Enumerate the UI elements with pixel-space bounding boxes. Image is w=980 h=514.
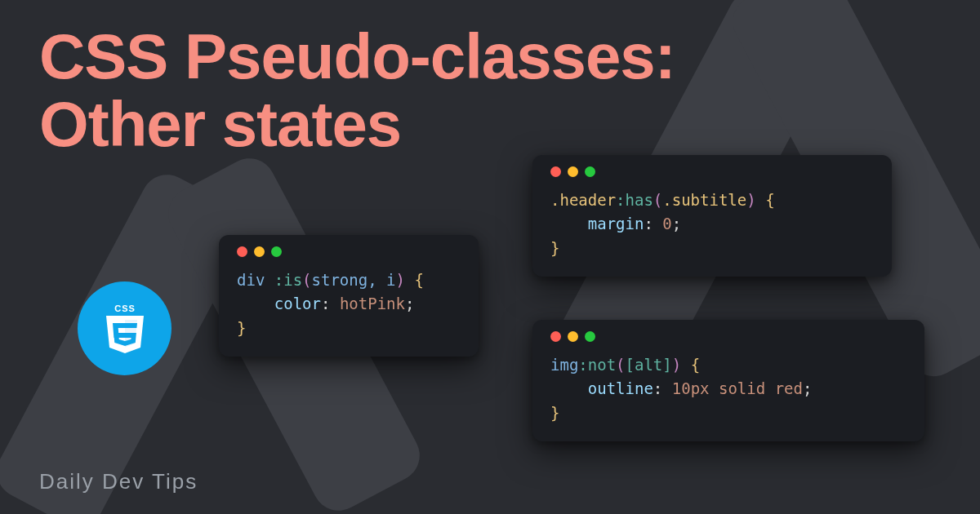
window-controls: [237, 246, 461, 257]
code-pseudo: :not: [578, 356, 616, 374]
code-value-color: red: [775, 379, 803, 397]
code-prop: margin: [588, 215, 644, 233]
window-controls: [550, 166, 874, 177]
site-name: Daily Dev Tips: [39, 469, 198, 494]
title-line-1: CSS Pseudo-classes:: [39, 20, 675, 92]
code-body: .header:has(.subtitle) { margin: 0; }: [550, 188, 874, 260]
code-value: hotPink: [340, 295, 405, 312]
code-snippet-not: img:not([alt]) { outline: 10px solid red…: [532, 320, 924, 441]
close-icon: [550, 166, 561, 177]
code-args: strong, i: [312, 271, 396, 289]
code-arg: [alt]: [626, 356, 672, 374]
code-prop: outline: [588, 379, 653, 397]
svg-text:CSS: CSS: [114, 304, 136, 313]
title-line-2: Other states: [39, 88, 401, 160]
code-value: 0: [662, 215, 671, 233]
code-snippet-is: div :is(strong, i) { color: hotPink; }: [219, 235, 479, 357]
close-icon: [237, 246, 247, 257]
close-icon: [550, 331, 561, 342]
maximize-icon: [271, 246, 282, 257]
maximize-icon: [585, 166, 595, 177]
css3-badge-icon: CSS: [78, 281, 172, 375]
minimize-icon: [568, 331, 578, 342]
code-snippet-has: .header:has(.subtitle) { margin: 0; }: [532, 155, 892, 277]
code-value-size: 10px: [672, 379, 710, 397]
code-body: img:not([alt]) { outline: 10px solid red…: [550, 353, 906, 425]
code-selector: img: [550, 356, 578, 374]
code-selector: .header: [550, 191, 616, 209]
code-pseudo: :has: [616, 191, 653, 209]
maximize-icon: [585, 331, 595, 342]
code-value-style: solid: [719, 379, 765, 397]
page-title: CSS Pseudo-classes: Other states: [39, 23, 675, 159]
window-controls: [550, 331, 906, 342]
code-selector: div: [237, 271, 274, 289]
code-pseudo: :is: [274, 271, 302, 289]
code-prop: color: [274, 295, 321, 312]
code-arg: .subtitle: [662, 191, 746, 209]
minimize-icon: [254, 246, 265, 257]
minimize-icon: [568, 166, 578, 177]
code-body: div :is(strong, i) { color: hotPink; }: [237, 268, 461, 340]
